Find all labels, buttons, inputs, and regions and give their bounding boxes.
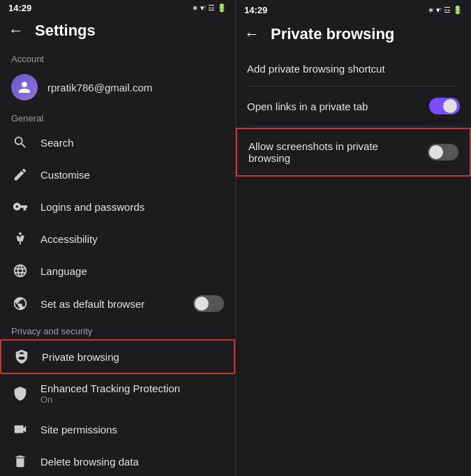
open-links-label: Open links in a private tab bbox=[247, 101, 421, 112]
right-battery-icon: 🔋 bbox=[453, 6, 463, 15]
right-header: ← Private browsing bbox=[236, 20, 471, 52]
globe-icon bbox=[11, 296, 29, 311]
key-icon bbox=[11, 199, 29, 214]
divider-2 bbox=[247, 126, 460, 126]
camera-icon bbox=[11, 422, 29, 437]
left-time: 14:29 bbox=[8, 3, 31, 13]
right-status-icons: ∗ ▾ᵎ ☲ 🔋 bbox=[428, 6, 463, 15]
add-shortcut-item[interactable]: Add private browsing shortcut bbox=[236, 52, 471, 86]
open-links-toggle[interactable] bbox=[429, 98, 460, 114]
allow-screenshots-label: Allow screenshots in private browsing bbox=[248, 140, 419, 164]
tracking-protection-label: Enhanced Tracking Protection bbox=[40, 382, 224, 394]
default-browser-label: Set as default browser bbox=[40, 298, 182, 310]
sidebar-item-site-permissions[interactable]: Site permissions bbox=[0, 413, 235, 445]
left-panel: 14:29 ∗ ▾ᵎ ☲ 🔋 ← Settings Account rprati… bbox=[0, 0, 235, 476]
tracking-protection-sublabel: On bbox=[40, 394, 224, 405]
privacy-section-label: Privacy and security bbox=[0, 320, 235, 339]
right-bluetooth-icon: ∗ bbox=[428, 6, 434, 15]
right-status-bar: 14:29 ∗ ▾ᵎ ☲ 🔋 bbox=[236, 0, 471, 20]
accessibility-label: Accessibility bbox=[40, 233, 224, 245]
sidebar-item-logins[interactable]: Logins and passwords bbox=[0, 191, 235, 223]
language-icon bbox=[11, 263, 29, 278]
right-header-title: Private browsing bbox=[271, 25, 394, 43]
language-label: Language bbox=[40, 265, 224, 277]
account-row[interactable]: rpratik786@gmail.com bbox=[0, 67, 235, 107]
right-wifi-icon: ▾ᵎ bbox=[436, 6, 442, 15]
signal-icon: ☲ bbox=[208, 3, 215, 13]
wifi-icon: ▾ᵎ bbox=[200, 3, 206, 13]
allow-screenshots-toggle[interactable] bbox=[428, 144, 458, 161]
left-header-title: Settings bbox=[35, 22, 96, 40]
open-links-item[interactable]: Open links in a private tab bbox=[236, 87, 471, 126]
customise-icon bbox=[11, 167, 29, 182]
trash-icon bbox=[11, 454, 29, 469]
logins-label: Logins and passwords bbox=[40, 201, 224, 213]
sidebar-item-language[interactable]: Language bbox=[0, 255, 235, 287]
left-status-icons: ∗ ▾ᵎ ☲ 🔋 bbox=[192, 3, 227, 13]
svg-point-0 bbox=[19, 232, 22, 235]
sidebar-item-accessibility[interactable]: Accessibility bbox=[0, 223, 235, 255]
account-section-label: Account bbox=[0, 48, 235, 67]
sidebar-item-default-browser[interactable]: Set as default browser bbox=[0, 287, 235, 320]
shield-icon bbox=[11, 386, 29, 401]
tracking-protection-text: Enhanced Tracking Protection On bbox=[40, 382, 224, 405]
default-browser-toggle[interactable] bbox=[193, 295, 224, 312]
allow-screenshots-item[interactable]: Allow screenshots in private browsing bbox=[236, 128, 471, 177]
left-status-bar: 14:29 ∗ ▾ᵎ ☲ 🔋 bbox=[0, 0, 235, 16]
mask-icon bbox=[13, 349, 31, 364]
right-back-button[interactable]: ← bbox=[244, 25, 260, 43]
private-browsing-label: Private browsing bbox=[42, 351, 223, 363]
customise-label: Customise bbox=[40, 169, 224, 181]
delete-data-label: Delete browsing data bbox=[40, 456, 224, 468]
search-icon bbox=[11, 135, 29, 150]
sidebar-item-private-browsing[interactable]: Private browsing bbox=[0, 339, 235, 374]
accessibility-icon bbox=[11, 231, 29, 246]
general-section-label: General bbox=[0, 107, 235, 126]
add-shortcut-label: Add private browsing shortcut bbox=[247, 63, 460, 75]
left-header: ← Settings bbox=[0, 16, 235, 48]
left-back-button[interactable]: ← bbox=[8, 22, 24, 40]
right-panel: 14:29 ∗ ▾ᵎ ☲ 🔋 ← Private browsing Add pr… bbox=[235, 0, 471, 476]
battery-icon: 🔋 bbox=[217, 3, 227, 13]
sidebar-item-customise[interactable]: Customise bbox=[0, 158, 235, 191]
sidebar-item-tracking-protection[interactable]: Enhanced Tracking Protection On bbox=[0, 374, 235, 413]
avatar-icon bbox=[17, 80, 31, 94]
bluetooth-icon: ∗ bbox=[192, 3, 198, 13]
avatar bbox=[11, 74, 38, 101]
sidebar-item-delete-data[interactable]: Delete browsing data bbox=[0, 445, 235, 476]
sidebar-item-search[interactable]: Search bbox=[0, 126, 235, 158]
right-time: 14:29 bbox=[244, 5, 267, 15]
search-label: Search bbox=[40, 137, 224, 149]
site-permissions-label: Site permissions bbox=[40, 424, 224, 436]
right-signal-icon: ☲ bbox=[444, 6, 451, 15]
account-email: rpratik786@gmail.com bbox=[47, 82, 152, 94]
